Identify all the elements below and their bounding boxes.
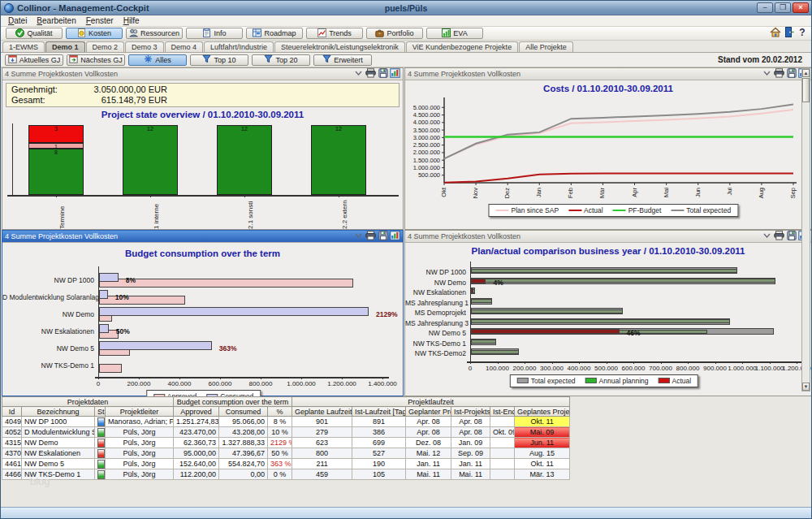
menu-item-bearbeiten[interactable]: Bearbeiten bbox=[32, 16, 80, 25]
table-column-header[interactable]: Consumed bbox=[219, 407, 268, 417]
table-column-header[interactable]: % bbox=[268, 407, 292, 417]
scroll-thumb[interactable] bbox=[802, 78, 810, 102]
panel-header-label: 4 Summe Projektkosten Vollkosten bbox=[5, 70, 118, 78]
percent-label: 46% bbox=[627, 329, 641, 337]
chevron-down-button[interactable] bbox=[762, 231, 772, 241]
toolbar-button-roadmap[interactable]: Roadmap bbox=[246, 28, 303, 39]
printer-button[interactable] bbox=[365, 231, 376, 241]
table-column-header[interactable]: Ist-Projektstart bbox=[451, 407, 490, 417]
scroll-up-arrow[interactable]: ▲ bbox=[802, 69, 810, 77]
save-button[interactable] bbox=[786, 231, 797, 241]
table-row[interactable]: 4370NW EskalationenPüls, Jörg95.000,0047… bbox=[2, 448, 570, 459]
panel-header[interactable]: 4 Summe Projektkosten Vollkosten bbox=[2, 68, 403, 80]
x-tick bbox=[552, 361, 553, 364]
toolbar-button-qualität[interactable]: Qualität bbox=[6, 28, 63, 39]
bar-consumed bbox=[99, 273, 119, 282]
panel-header-selected[interactable]: 4 Summe Projektkosten Vollkosten bbox=[2, 231, 403, 243]
tab-demo-2[interactable]: Demo 2 bbox=[86, 41, 125, 52]
chart-view-button[interactable] bbox=[390, 231, 400, 241]
exit-door-icon[interactable] bbox=[785, 26, 794, 41]
category-label: NW TKS-Demo2 bbox=[405, 349, 466, 357]
table-column-header[interactable]: Geplantes Projektende bbox=[515, 407, 570, 417]
maximize-button[interactable]: ❒ bbox=[775, 2, 791, 13]
chart-view-icon bbox=[390, 68, 400, 80]
toolbar-button-portfolio[interactable]: Portfolio bbox=[366, 28, 423, 39]
legend-color-chip bbox=[568, 210, 581, 211]
table-row[interactable]: 4461NW Demo 5Püls, Jörg152.640,00554.824… bbox=[2, 459, 570, 469]
chevron-down-button[interactable] bbox=[762, 69, 772, 79]
home-icon[interactable] bbox=[770, 26, 781, 41]
table-column-header[interactable]: Bezeichnung bbox=[22, 407, 95, 417]
table-column-header[interactable]: Projektleiter bbox=[106, 407, 174, 417]
table-cell: Manoraso, Adrian; Püls, Jörg bbox=[106, 417, 174, 427]
table-cell: 1.251.274,83 bbox=[174, 417, 219, 427]
filter-button-aktuelles-gj[interactable]: Aktuelles GJ bbox=[5, 54, 63, 66]
x-tick bbox=[688, 361, 689, 364]
menu-item-datei[interactable]: Datei bbox=[4, 16, 31, 25]
tab-luftfahrt-industrie[interactable]: Luftfahrt/Industrie bbox=[204, 41, 274, 52]
printer-button[interactable] bbox=[774, 69, 784, 79]
printer-button[interactable] bbox=[365, 69, 376, 79]
main-toolbar: QualitätKostenRessourcenInfoRoadmapTrend… bbox=[1, 27, 811, 41]
save-button[interactable] bbox=[378, 69, 388, 79]
menu-item-hilfe[interactable]: Hilfe bbox=[119, 16, 144, 25]
filter-button-alles[interactable]: Alles bbox=[128, 54, 187, 66]
table-column-header[interactable]: Geplante Laufzeit [Tagen] bbox=[292, 407, 352, 417]
menu-item-fenster[interactable]: Fenster bbox=[82, 16, 118, 25]
filter-button-top-10[interactable]: Top 10 bbox=[190, 54, 248, 66]
tab-1-ewms[interactable]: 1-EWMS bbox=[2, 41, 45, 52]
table-cell: Aug. 15 bbox=[515, 448, 570, 459]
table-cell: Püls, Jörg bbox=[106, 438, 174, 448]
app-icon bbox=[4, 3, 14, 13]
table-column-header[interactable]: St bbox=[95, 407, 106, 417]
tab-alle-projekte[interactable]: Alle Projekte bbox=[519, 41, 573, 52]
table-column-header[interactable]: Ist-Ende bbox=[490, 407, 515, 417]
bar-value-label: 1 bbox=[29, 144, 83, 149]
chevron-down-button[interactable] bbox=[353, 231, 364, 241]
status-indicator bbox=[95, 438, 106, 448]
scroll-down-arrow[interactable]: ▼ bbox=[802, 383, 810, 391]
chevron-down-button[interactable] bbox=[353, 69, 364, 79]
svg-text:Sep: Sep bbox=[789, 188, 797, 198]
toolbar-button-eva[interactable]: EVA bbox=[426, 28, 483, 39]
toolbar-button-kosten[interactable]: Kosten bbox=[66, 28, 123, 39]
help-icon[interactable]: ? bbox=[798, 26, 806, 41]
printer-button[interactable] bbox=[774, 231, 784, 241]
filter-button-erweitert[interactable]: Erweitert bbox=[313, 54, 372, 66]
table-column-header[interactable]: Approved bbox=[174, 407, 219, 417]
minimize-button[interactable]: – bbox=[757, 2, 773, 13]
svg-text:1.500.000: 1.500.000 bbox=[413, 157, 440, 164]
save-button[interactable] bbox=[378, 231, 388, 241]
x-tick bbox=[56, 195, 57, 197]
table-column-header[interactable]: Ist-Laufzeit [Tagen] bbox=[352, 407, 406, 417]
filter-button-n-chstes-gj[interactable]: Nächstes GJ bbox=[67, 54, 125, 66]
table-row[interactable]: 4052D Modulentwicklung SolaranlagePüls, … bbox=[2, 427, 570, 438]
panel-header[interactable]: 4 Summe Projektkosten Vollkosten bbox=[405, 68, 811, 80]
toolbar-button-trends[interactable]: Trends bbox=[306, 28, 363, 39]
budget-consumption-chart: 0200.000400.000600.000800.0001.000.0001.… bbox=[2, 262, 404, 396]
table-column-header[interactable]: Geplanter Projektstart bbox=[406, 407, 451, 417]
save-button[interactable] bbox=[786, 69, 797, 79]
tab-steuerelektronik-leistungselektronik[interactable]: Steuerelektronik/Leistungselektronik bbox=[274, 41, 405, 52]
toolbar-button-ressourcen[interactable]: Ressourcen bbox=[126, 28, 183, 39]
x-tick bbox=[98, 377, 99, 379]
status-color-chip bbox=[97, 417, 105, 426]
table-column-header[interactable]: Id bbox=[2, 407, 22, 417]
toolbar-button-info[interactable]: Info bbox=[186, 28, 243, 39]
filter-button-top-20[interactable]: Top 20 bbox=[252, 54, 310, 66]
panel-header[interactable]: 4 Summe Projektkosten Vollkosten bbox=[405, 231, 811, 243]
table-row[interactable]: 4466NW TKS-Demo 1Püls, Jörg112.200,000,0… bbox=[2, 469, 570, 480]
table-row[interactable]: 4049NW DP 1000Manoraso, Adrian; Püls, Jö… bbox=[2, 417, 570, 427]
close-button[interactable]: × bbox=[793, 2, 809, 13]
tab-demo-4[interactable]: Demo 4 bbox=[165, 41, 204, 52]
vertical-scrollbar[interactable]: ▲ ▼ bbox=[801, 68, 810, 391]
table-cell: 901 bbox=[292, 417, 352, 427]
status-bar bbox=[1, 507, 811, 518]
table-row[interactable]: 4315NW DemoPüls, Jörg62.360,731.327.888,… bbox=[2, 438, 570, 448]
tab-demo-3[interactable]: Demo 3 bbox=[125, 41, 164, 52]
chart-view-button[interactable] bbox=[390, 69, 400, 79]
x-axis bbox=[7, 195, 399, 197]
tab-vie-kundenbezogene-projekte[interactable]: ViE Kundenbezogene Projekte bbox=[406, 41, 518, 52]
tab-demo-1[interactable]: Demo 1 bbox=[45, 41, 85, 52]
bar-consumed bbox=[99, 341, 212, 350]
